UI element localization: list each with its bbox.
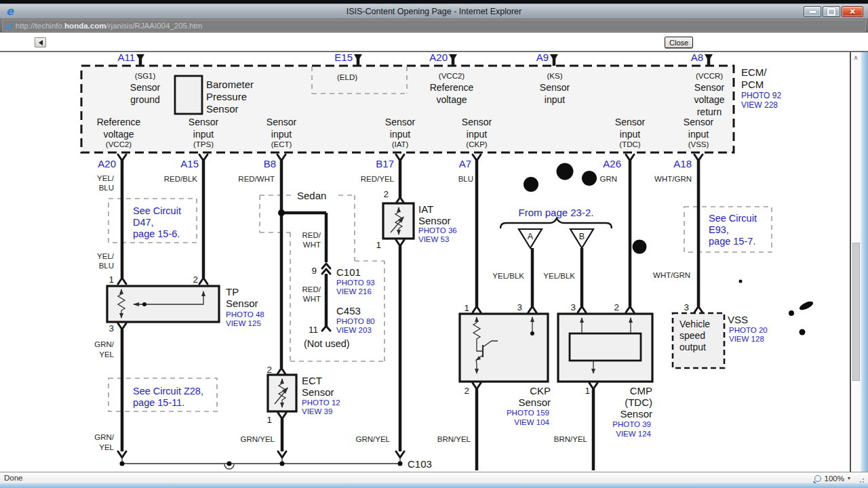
ecm-vcc2-line1: Reference [430, 82, 474, 93]
minimize-button[interactable] [804, 6, 821, 17]
ecm-col1-code: (VCC2) [106, 140, 132, 148]
zoom-level[interactable]: 100% [825, 474, 844, 483]
ecm-col7-line2: input [688, 129, 709, 140]
ecm-vccr-line2: voltage [694, 94, 724, 105]
vertical-scrollbar[interactable]: ∧ [850, 52, 861, 472]
pin-label-a7: A7 [459, 158, 471, 169]
triangle-b-label: B [579, 232, 585, 241]
c453-photo-link[interactable]: PHOTO 80 [336, 317, 375, 325]
vss-name: VSS [728, 314, 748, 325]
sedan-label: Sedan [297, 190, 326, 201]
ect-sensor-name: ECT [302, 375, 322, 386]
wire-color-red-wht: WHT [303, 295, 321, 303]
zoom-control[interactable]: 100% ▾ [814, 474, 850, 483]
ecm-ks-line1: Sensor [540, 82, 570, 93]
wire-color-brn-yel: BRN/YEL [554, 435, 588, 443]
titlebar: e ISIS-Content Opening Page - Internet E… [0, 3, 868, 18]
vss-box-label: speed [679, 330, 705, 341]
ecm-col6-code: (TDC) [619, 140, 640, 148]
tp-photo-link[interactable]: PHOTO 48 [226, 310, 264, 319]
ckp-sensor-name: Sensor [518, 396, 551, 408]
ecm-col1-line1: Reference [97, 117, 141, 127]
iat-sensor-name: IAT [418, 203, 433, 215]
see-circuit-d47-line3[interactable]: page 15-6. [133, 228, 180, 239]
diagram-area: A B A11 E15 A20 A9 A8 (SG1) Sensor groun… [0, 52, 868, 472]
tp-pin-2: 2 [193, 274, 198, 285]
wiring-diagram: A B A11 E15 A20 A9 A8 (SG1) Sensor groun… [0, 52, 868, 472]
back-button[interactable] [35, 37, 46, 47]
tp-sensor-name: TP [226, 286, 239, 298]
address-input[interactable]: e http://techinfo.honda.com/rjanisis/RJA… [2, 20, 866, 32]
iat-photo-link[interactable]: PHOTO 36 [418, 226, 457, 235]
ecm-col6-line2: input [620, 129, 640, 140]
cmp-inner-block [570, 333, 641, 361]
close-icon: ✕ [849, 7, 855, 16]
ecm-view-link[interactable]: VIEW 228 [741, 100, 778, 110]
barometer-label-1: Barometer [206, 79, 254, 90]
tp-pin-3: 3 [108, 323, 114, 333]
see-circuit-z28-line2[interactable]: page 15-11. [133, 397, 184, 408]
scroll-up-icon[interactable]: ∧ [851, 52, 861, 62]
wire-color-yel-blu: BLU [99, 184, 114, 192]
see-circuit-e93-line1[interactable]: See Circuit [709, 213, 757, 224]
tp-view-link[interactable]: VIEW 125 [226, 319, 261, 327]
ecm-eld-code: (ELD) [337, 73, 357, 81]
scrollbar-thumb[interactable] [852, 243, 860, 381]
pin-label-a20: A20 [98, 158, 116, 169]
wire-color-yel-blu: YEL/ [97, 174, 115, 182]
c453-name: C453 [336, 305, 361, 317]
from-page-brace [500, 218, 612, 228]
ecm-photo-link[interactable]: PHOTO 92 [741, 91, 781, 100]
ecm-col4-code: (IAT) [392, 140, 409, 148]
c101-pin-9: 9 [311, 266, 317, 276]
ecm-ks-line2: input [545, 94, 565, 105]
ecm-col1-line2: voltage [103, 129, 134, 140]
ecm-vccr-line1: Sensor [694, 82, 725, 93]
ecm-col2-code: (TPS) [193, 140, 214, 148]
wire-color-blu: BLU [458, 175, 473, 183]
cmp-photo-link[interactable]: PHOTO 39 [612, 420, 651, 428]
see-circuit-z28-line1[interactable]: See Circuit Z28, [133, 386, 203, 396]
see-circuit-e93-line2[interactable]: E93, [709, 224, 729, 235]
close-button[interactable]: Close [665, 37, 693, 48]
iat-view-link[interactable]: VIEW 53 [418, 235, 449, 243]
c101-photo-link[interactable]: PHOTO 93 [336, 279, 375, 287]
ecm-sg1-code: (SG1) [135, 72, 156, 80]
cmp-view-link[interactable]: VIEW 124 [616, 430, 651, 438]
wire-color-grn-yel: GRN/YEL [356, 435, 391, 443]
maximize-icon [827, 8, 835, 16]
vss-photo-link[interactable]: PHOTO 20 [729, 326, 768, 334]
see-circuit-d47-line1[interactable]: See Circuit [133, 205, 181, 216]
tp-sensor-name: Sensor [226, 298, 258, 309]
wire-color-red-wht: RED/ [302, 285, 321, 293]
window-right-edge [861, 52, 868, 472]
ecm-vccr-line3: return [697, 106, 722, 117]
ect-photo-link[interactable]: PHOTO 12 [302, 399, 340, 407]
maximize-button[interactable] [823, 6, 840, 17]
window-title: ISIS-Content Opening Page - Internet Exp… [0, 7, 868, 16]
cmp-sensor-name: Sensor [620, 408, 652, 420]
wire-color-grn: GRN [599, 175, 617, 183]
url-text: http://techinfo.honda.com/rjanisis/RJAAI… [16, 22, 203, 30]
wire-color-yel-blu: BLU [99, 262, 114, 270]
artifact-dots [524, 163, 814, 336]
ckp-photo-link[interactable]: PHOTO 159 [507, 409, 549, 417]
ecm-vcc2-line2: voltage [436, 94, 467, 105]
ecm-col2-line2: input [193, 129, 214, 140]
c101-view-link[interactable]: VIEW 216 [336, 287, 372, 296]
from-page-note[interactable]: From page 23-2. [519, 207, 594, 218]
resize-grip [859, 476, 866, 483]
ckp-sensor-name: CKP [530, 385, 551, 396]
triangle-a-label: A [528, 232, 534, 241]
see-circuit-e93-line3[interactable]: page 15-7. [709, 236, 755, 247]
vss-view-link[interactable]: VIEW 128 [729, 335, 764, 343]
ect-view-link[interactable]: VIEW 39 [302, 407, 332, 415]
see-circuit-d47-line2[interactable]: D47, [133, 217, 154, 228]
ecm-sg1-line1: Sensor [130, 82, 161, 93]
wire-color-grn-yel: GRN/ [94, 340, 115, 348]
ckp-view-link[interactable]: VIEW 104 [514, 418, 549, 426]
c453-view-link[interactable]: VIEW 203 [336, 326, 372, 334]
wire-color-wht-grn: WHT/GRN [654, 175, 692, 183]
barometer-sensor-symbol [175, 76, 202, 114]
close-window-button[interactable]: ✕ [842, 6, 863, 17]
